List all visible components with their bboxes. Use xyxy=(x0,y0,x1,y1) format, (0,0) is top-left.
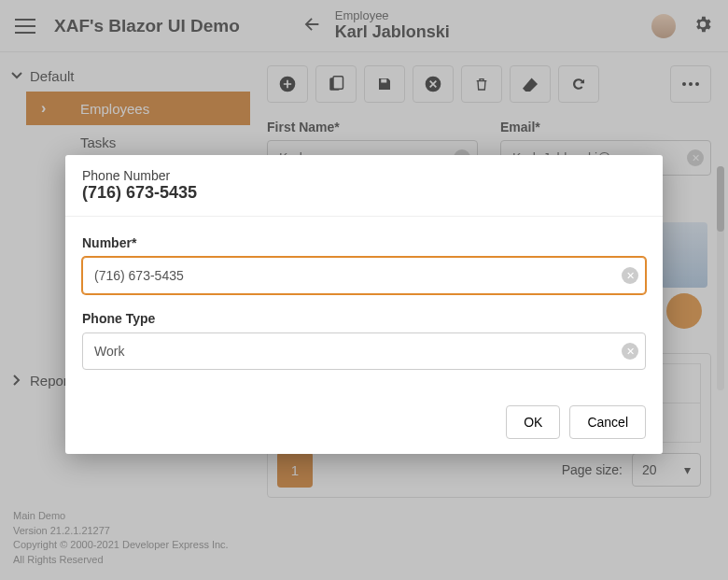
number-input[interactable] xyxy=(82,257,646,294)
number-label: Number* xyxy=(82,235,646,250)
cancel-dialog-button[interactable]: Cancel xyxy=(569,405,646,439)
modal-overlay[interactable]: Phone Number (716) 673-5435 Number* ✕ Ph… xyxy=(0,0,728,580)
ok-button[interactable]: OK xyxy=(506,405,560,439)
phone-dialog: Phone Number (716) 673-5435 Number* ✕ Ph… xyxy=(65,155,663,454)
phone-type-label: Phone Type xyxy=(82,311,646,326)
clear-icon[interactable]: ✕ xyxy=(622,343,638,360)
clear-icon[interactable]: ✕ xyxy=(622,267,638,284)
phone-type-input[interactable] xyxy=(82,332,646,370)
dialog-title: (716) 673-5435 xyxy=(82,183,646,203)
dialog-subtitle: Phone Number xyxy=(82,168,646,183)
